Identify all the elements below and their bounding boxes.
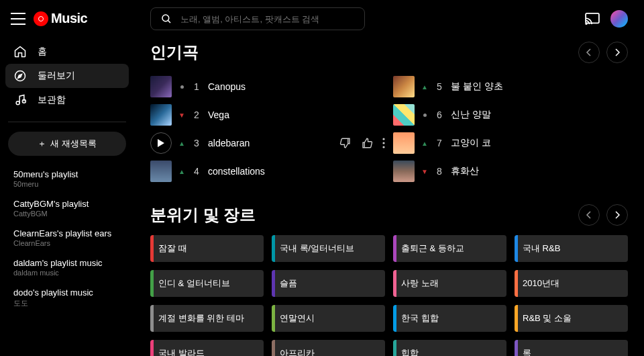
playlist-item[interactable]: CattyBGM's playlistCattyBGM [5,195,129,224]
playlist-item[interactable]: dodo's playlist music도도 [5,283,129,315]
explore-icon [13,69,27,83]
nav-label: 둘러보기 [38,70,75,82]
trend-indicator: ▼ [178,112,185,119]
song-row[interactable]: ▲7고양이 코 [393,129,628,157]
trend-indicator: ▲ [178,140,185,147]
more-icon[interactable] [382,138,385,148]
nav-item-library[interactable]: 보관함 [5,88,129,112]
play-icon[interactable] [150,132,172,154]
genre-chip[interactable]: 아프리카 [272,340,385,356]
thumbs-down-icon[interactable] [339,137,352,149]
genre-chip[interactable]: 국내 R&B [515,235,628,262]
trend-indicator: ▼ [421,168,428,175]
plus-icon: ＋ [38,138,46,150]
songs-next-button[interactable] [606,42,628,63]
trend-indicator [421,114,428,117]
search-icon [160,13,172,25]
genre-label: 한국 힙합 [401,313,439,323]
svg-point-6 [586,23,587,24]
genre-chip[interactable]: 사랑 노래 [393,270,506,297]
search-box[interactable] [150,7,365,30]
genre-label: 계절 변화를 위한 테마 [158,313,244,323]
song-title: aldebaran [208,138,333,148]
trend-indicator: ▲ [421,140,428,147]
songs-prev-button[interactable] [578,42,600,63]
home-icon [13,45,27,58]
nav-item-home[interactable]: 홈 [5,40,129,64]
genre-chip[interactable]: 잠잘 때 [150,235,264,262]
logo[interactable]: Music [34,11,87,26]
avatar[interactable] [610,10,628,28]
genre-chip[interactable]: 국내 록/얼터너티브 [272,235,385,262]
playlist-sub: 50meru [13,180,121,188]
trend-indicator [178,85,185,89]
song-title: Vega [208,109,385,120]
genre-label: 출퇴근 & 등하교 [401,243,464,253]
genre-chip[interactable]: 인디 & 얼터너티브 [150,270,264,297]
song-row[interactable]: ▼2Vega [150,101,385,129]
song-row[interactable]: 1Canopus [150,73,385,101]
genre-chip[interactable]: 슬픔 [272,270,385,297]
genre-label: R&B 및 소울 [523,313,572,323]
song-thumbnail [150,76,172,97]
playlist-item[interactable]: daldam's playlist musicdaldam music [5,254,129,283]
genre-chip[interactable]: 연말연시 [272,305,385,332]
song-row[interactable]: ▲5불 붙인 양초 [393,73,628,101]
song-row[interactable]: ▲4constellations [150,157,385,185]
playlist-item[interactable]: ClearnEars's playlist earsClearnEars [5,224,129,254]
library-icon [13,93,27,107]
song-title: Canopus [208,81,385,92]
playlist-item[interactable]: 50meru's playlist50meru [5,165,129,195]
svg-point-3 [162,15,169,21]
nav-label: 홈 [38,46,47,58]
nav-item-explore[interactable]: 둘러보기 [5,64,129,88]
logo-icon [34,11,48,26]
songs-section-title: 인기곡 [150,42,199,63]
search-input[interactable] [180,14,355,24]
genre-chip[interactable]: 2010년대 [515,270,628,297]
genre-label: 국내 발라드 [158,348,205,356]
song-rank: 7 [435,138,444,148]
playlist-title: CattyBGM's playlist [13,199,121,209]
genre-label: 록 [523,348,531,356]
genre-chip[interactable]: 국내 발라드 [150,340,264,356]
song-rank: 5 [435,81,444,92]
genre-chip[interactable]: 록 [515,340,628,356]
logo-text: Music [51,11,87,26]
svg-point-7 [382,138,384,140]
genre-chip[interactable]: 한국 힙합 [393,305,506,332]
svg-point-8 [382,142,384,144]
thumbs-up-icon[interactable] [361,137,373,149]
trend-indicator: ▲ [421,83,428,91]
genre-chip[interactable]: 계절 변화를 위한 테마 [150,305,264,332]
song-thumbnail [393,132,415,154]
song-row[interactable]: ▲3aldebaran [150,129,385,157]
playlist-title: 50meru's playlist [13,169,121,179]
genre-label: 인디 & 얼터너티브 [158,278,230,288]
main-content: 인기곡 1Canopus▲5불 붙인 양초▼2Vega6신난 양말▲3aldeb… [134,0,644,356]
playlist-sub: CattyBGM [13,210,121,218]
cast-icon[interactable] [585,13,600,25]
song-row[interactable]: 6신난 양말 [393,101,628,129]
genre-label: 잠잘 때 [158,243,187,253]
song-row[interactable]: ▼8휴화산 [393,157,628,185]
genres-next-button[interactable] [606,204,628,226]
menu-button[interactable] [11,13,25,25]
genre-chip[interactable]: 힙합 [393,340,506,356]
playlist-sub: ClearnEars [13,239,121,247]
genre-label: 슬픔 [280,278,297,288]
playlist-title: ClearnEars's playlist ears [13,228,121,238]
genre-label: 연말연시 [280,313,315,323]
playlist-title: dodo's playlist music [13,287,121,298]
new-playlist-button[interactable]: ＋ 새 재생목록 [8,132,126,156]
genre-chip[interactable]: 출퇴근 & 등하교 [393,235,506,262]
playlist-sub: daldam music [13,269,121,277]
divider [8,122,126,122]
genre-chip[interactable]: R&B 및 소울 [515,305,628,332]
genre-label: 국내 록/얼터너티브 [280,243,354,253]
new-playlist-label: 새 재생목록 [50,138,97,150]
nav-label: 보관함 [38,94,66,106]
genres-prev-button[interactable] [578,204,600,226]
song-thumbnail [393,161,415,182]
song-title: 휴화산 [451,165,628,177]
